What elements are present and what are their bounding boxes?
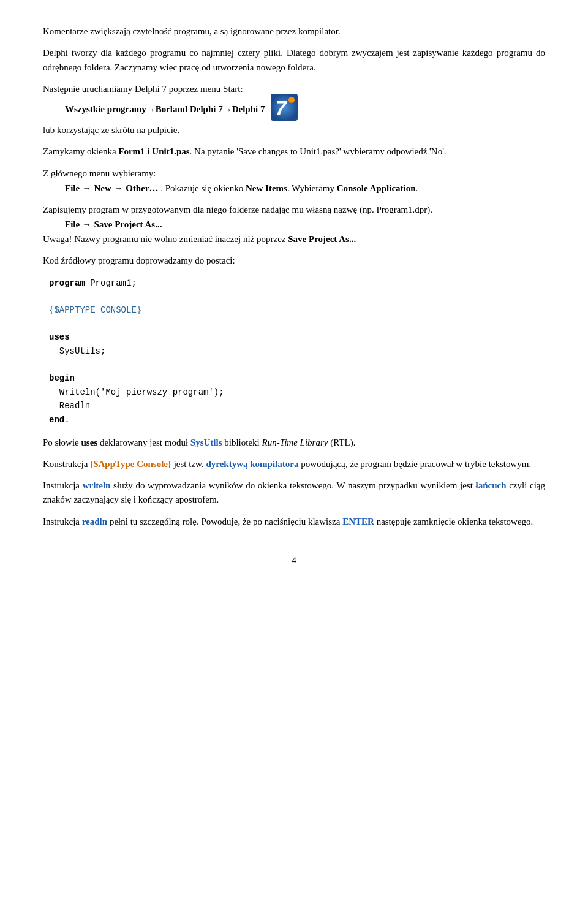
code-readln: Readln <box>49 401 90 411</box>
para3-suffix: lub korzystając ze skrótu na pulpicie. <box>43 125 179 135</box>
para9-suffix: powodującą, że program będzie pracował w… <box>298 459 531 469</box>
para4-mid: i <box>145 146 153 156</box>
para11-mid: pełni tu szczególną rolę. Powoduje, że p… <box>107 517 342 526</box>
para8-rtl: Run-Time Library <box>262 438 328 447</box>
code-directive: {$APPTYPE CONSOLE} <box>49 305 141 315</box>
para5-new: New <box>94 183 111 193</box>
para4-suffix: . Na pytanie 'Save changes to Unit1.pas?… <box>190 146 447 156</box>
para8-suffix: (RTL). <box>328 438 355 447</box>
code-keyword-program: program <box>49 278 85 288</box>
svg-text:7: 7 <box>276 97 288 119</box>
para5-other: Other… <box>126 183 158 193</box>
page-number-text: 4 <box>292 555 296 565</box>
paragraph-7: Kod źródłowy programu doprowadzamy do po… <box>43 254 545 268</box>
para11-enter: ENTER <box>342 517 374 526</box>
para11-suffix: następuje zamknięcie okienka tekstowego. <box>374 517 533 526</box>
para9-mid: jest tzw. <box>172 459 206 469</box>
para5-file: File <box>65 183 80 193</box>
code-sysutils: SysUtils; <box>49 346 105 356</box>
code-pre: program Program1; {$APPTYPE CONSOLE} use… <box>49 276 545 427</box>
para9-dyrektywa: dyrektywą kompilatora <box>206 459 298 469</box>
para3-bold-menu: Wszystkie programy <box>65 102 146 116</box>
para5-console: Console Application <box>337 183 416 193</box>
code-writeln: Writeln('Moj pierwszy program'); <box>49 387 224 397</box>
page-number: 4 <box>43 553 545 567</box>
para6-saveref: Save Project As... <box>288 234 356 244</box>
para4-form: Form1 <box>118 146 145 156</box>
para10-pre: Instrukcja <box>43 480 83 490</box>
para8-mid: deklarowany jest moduł <box>97 438 190 447</box>
code-end-dot: . <box>64 415 69 425</box>
paragraph-1: Komentarze zwiększają czytelność program… <box>43 25 545 39</box>
para8-mid2: biblioteki <box>222 438 262 447</box>
paragraph-11: Instrukcja readln pełni tu szczególną ro… <box>43 515 545 529</box>
paragraph-9: Konstrukcja {$AppType Console} jest tzw.… <box>43 457 545 471</box>
delphi-logo: 7 <box>271 94 298 121</box>
arrow-icon-5: → <box>80 219 94 229</box>
para9-apptype: {$AppType Console} <box>90 459 172 469</box>
para4-prefix: Zamykamy okienka <box>43 146 118 156</box>
para5-suffix2: . Wybieramy <box>287 183 337 193</box>
para6-text: Zapisujemy program w przygotowanym dla n… <box>43 205 432 214</box>
paragraph-4: Zamykamy okienka Form1 i Unit1.pas. Na p… <box>43 145 545 159</box>
para5-newitems: New Items <box>246 183 287 193</box>
para8-uses: uses <box>81 438 98 447</box>
code-block: program Program1; {$APPTYPE CONSOLE} use… <box>49 276 545 427</box>
paragraph-8: Po słowie uses deklarowany jest moduł Sy… <box>43 436 545 450</box>
para11-readln: readln <box>82 517 107 526</box>
code-keyword-end: end <box>49 415 64 425</box>
paragraph-10: Instrukcja writeln służy do wyprowadzani… <box>43 479 545 507</box>
arrow-icon-3: → <box>80 183 94 193</box>
paragraph-2: Delphi tworzy dla każdego programu co na… <box>43 46 545 75</box>
para10-suffix: służy do wyprowadzania wyników do okienk… <box>110 480 475 490</box>
paragraph-6: Zapisujemy program w przygotowanym dla n… <box>43 203 545 246</box>
para5-suffix: . Pokazuje się okienko <box>160 183 246 193</box>
para10-writeln: writeln <box>83 480 111 490</box>
content-area: Komentarze zwiększają czytelność program… <box>43 25 545 567</box>
arrow-icon-4: → <box>111 183 126 193</box>
para10-lancuch: łańcuch <box>476 480 507 490</box>
para8-pre: Po słowie <box>43 438 81 447</box>
para9-pre: Konstrukcja <box>43 459 90 469</box>
code-keyword-begin: begin <box>49 373 75 383</box>
para6-uwaga: Uwaga! Nazwy programu nie wolno zmieniać… <box>43 234 288 244</box>
para6-save: Save Project As... <box>94 219 162 229</box>
paragraph-3: Następnie uruchamiamy Delphi 7 poprzez m… <box>43 82 545 138</box>
para4-unit: Unit1.pas <box>152 146 189 156</box>
para8-sysutils: SysUtils <box>190 438 222 447</box>
code-program-name: Program1; <box>85 278 137 288</box>
arrow-icon-2: → <box>223 102 232 116</box>
para3-bold-borland: Borland Delphi 7 <box>156 102 223 116</box>
paragraph-5: Z głównego menu wybieramy: File → New → … <box>43 167 545 196</box>
para11-pre: Instrukcja <box>43 517 82 526</box>
para3-bold-delphi7: Delphi 7 <box>232 102 265 116</box>
arrow-icon-1: → <box>146 102 156 116</box>
para6-file: File <box>65 219 80 229</box>
svg-point-2 <box>288 97 295 103</box>
code-keyword-uses: uses <box>49 332 70 342</box>
para3-prefix: Następnie uruchamiamy Delphi 7 poprzez m… <box>43 84 243 94</box>
para5-end: . <box>416 183 418 193</box>
para5-prefix: Z głównego menu wybieramy: <box>43 169 156 178</box>
